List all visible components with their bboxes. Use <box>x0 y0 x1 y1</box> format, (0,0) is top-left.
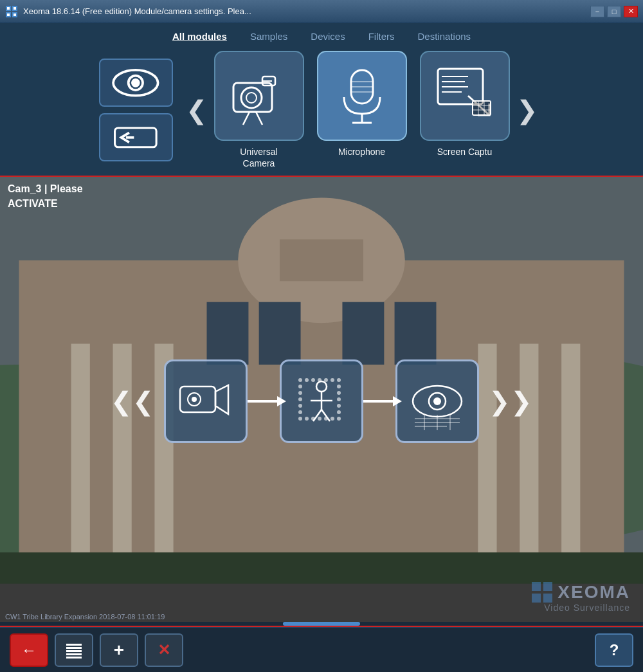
cam-label: Cam_3 | Please ACTIVATE <box>8 182 83 211</box>
delete-button[interactable]: ✕ <box>145 633 183 667</box>
pipeline-camera-node[interactable] <box>164 359 248 443</box>
svg-point-77 <box>337 391 341 395</box>
carousel-left-arrow[interactable]: ❮ <box>179 95 214 125</box>
svg-rect-51 <box>342 302 384 365</box>
modules-row: UniversalCamera <box>214 51 510 169</box>
left-side-icons <box>99 59 173 161</box>
xeoma-brand-row: XEOMA <box>532 582 630 603</box>
xeoma-name: XEOMA <box>557 582 630 603</box>
svg-point-98 <box>433 397 441 405</box>
module-universal-camera[interactable]: UniversalCamera <box>214 51 304 169</box>
add-icon: + <box>114 640 124 660</box>
svg-point-83 <box>337 410 341 414</box>
add-button[interactable]: + <box>100 633 138 667</box>
title-bar: Xeoma 18.6.14 (Free edition) Module/came… <box>0 0 643 23</box>
camera-progress <box>0 622 643 626</box>
screen-capture-label: Screen Captu <box>437 146 493 158</box>
svg-point-13 <box>241 87 262 108</box>
tab-all-modules[interactable]: All modules <box>167 28 232 44</box>
progress-bar-fill <box>283 622 360 626</box>
svg-rect-32 <box>473 101 491 115</box>
list-icon <box>65 641 83 659</box>
svg-point-82 <box>298 410 302 414</box>
svg-point-80 <box>298 404 302 408</box>
pipeline-connector-1 <box>248 400 280 403</box>
maximize-button[interactable]: □ <box>607 6 621 17</box>
module-microphone[interactable]: Microphone <box>317 51 407 158</box>
svg-point-81 <box>337 404 341 408</box>
svg-rect-112 <box>66 653 82 655</box>
svg-line-18 <box>256 112 262 125</box>
svg-point-78 <box>298 397 302 401</box>
preview-icon-box[interactable] <box>99 59 173 107</box>
pipeline: ❮❮ <box>111 359 532 443</box>
pipeline-right-arrow[interactable]: ❯❯ <box>489 386 532 416</box>
svg-point-73 <box>337 378 341 382</box>
svg-rect-106 <box>543 582 552 591</box>
universal-camera-icon-box <box>214 51 304 141</box>
svg-point-91 <box>316 381 327 392</box>
window-title: Xeoma 18.6.14 (Free edition) Module/came… <box>23 6 590 16</box>
svg-point-74 <box>298 385 302 388</box>
minimize-button[interactable]: − <box>590 6 604 17</box>
svg-point-87 <box>318 417 322 421</box>
app-icon <box>5 5 18 18</box>
tab-filters[interactable]: Filters <box>363 28 400 44</box>
svg-rect-111 <box>66 650 82 652</box>
microphone-icon-box <box>317 51 407 141</box>
svg-rect-43 <box>71 344 90 552</box>
svg-point-85 <box>305 417 309 421</box>
list-button[interactable] <box>55 633 93 667</box>
svg-point-14 <box>246 93 257 103</box>
svg-rect-48 <box>561 344 580 552</box>
back-icon: ← <box>21 641 37 659</box>
svg-point-72 <box>331 378 334 382</box>
module-screen-capture[interactable]: Screen Captu <box>420 51 510 158</box>
back-icon-box[interactable] <box>99 113 173 161</box>
svg-rect-7 <box>14 14 16 16</box>
svg-point-71 <box>324 378 328 382</box>
help-button[interactable]: ? <box>595 633 633 667</box>
svg-marker-64 <box>215 385 228 414</box>
microphone-label: Microphone <box>338 146 385 158</box>
pipeline-left-arrow[interactable]: ❮❮ <box>111 386 154 416</box>
svg-point-76 <box>298 391 302 395</box>
svg-rect-108 <box>543 594 552 603</box>
svg-rect-63 <box>180 386 215 412</box>
tab-samples[interactable]: Samples <box>245 28 293 44</box>
svg-rect-6 <box>7 14 10 16</box>
svg-rect-113 <box>66 657 82 658</box>
svg-rect-49 <box>207 302 249 365</box>
svg-rect-4 <box>7 7 10 10</box>
svg-rect-105 <box>532 582 541 591</box>
svg-rect-5 <box>14 7 16 10</box>
svg-point-67 <box>298 378 302 382</box>
svg-rect-50 <box>259 302 301 365</box>
help-icon: ? <box>610 641 619 659</box>
back-button[interactable]: ← <box>10 633 48 667</box>
pipeline-connector-2 <box>363 400 395 403</box>
svg-point-84 <box>298 417 302 421</box>
svg-point-79 <box>337 397 341 401</box>
bottom-toolbar: ← + ✕ ? <box>0 627 643 672</box>
tab-devices[interactable]: Devices <box>305 28 350 44</box>
carousel-right-arrow[interactable]: ❯ <box>510 95 545 125</box>
svg-point-68 <box>305 378 309 382</box>
screen-capture-icon-box <box>420 51 510 141</box>
pipeline-preview-node[interactable] <box>395 359 479 443</box>
close-button[interactable]: ✕ <box>624 6 638 17</box>
svg-point-75 <box>337 385 341 388</box>
delete-icon: ✕ <box>158 641 170 659</box>
tab-destinations[interactable]: Destinations <box>413 28 476 44</box>
xeoma-brand: XEOMA Video Surveillance <box>532 582 630 613</box>
svg-rect-42 <box>280 240 363 282</box>
svg-point-90 <box>337 417 341 421</box>
pipeline-motion-node[interactable] <box>280 359 363 443</box>
svg-point-66 <box>192 397 197 402</box>
svg-rect-110 <box>66 647 82 649</box>
universal-camera-label: UniversalCamera <box>240 146 277 169</box>
window-controls: − □ ✕ <box>590 6 638 17</box>
tab-bar: All modules Samples Devices Filters Dest… <box>0 23 643 44</box>
main-area: All modules Samples Devices Filters Dest… <box>0 23 643 672</box>
svg-point-89 <box>331 417 334 421</box>
